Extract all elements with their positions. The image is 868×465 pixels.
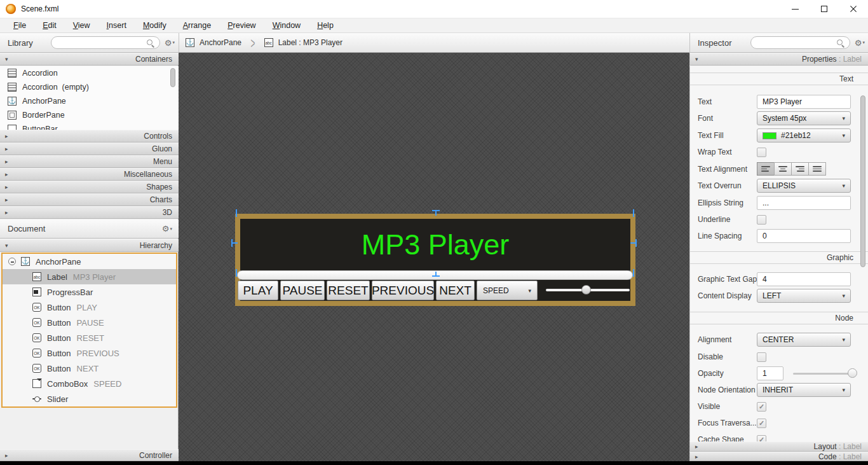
tree-item-button-next[interactable]: OK Button NEXT <box>3 361 176 376</box>
tree-item-label-mp3player[interactable]: abc Label MP3 Player <box>3 269 176 284</box>
align-left-button[interactable] <box>757 162 775 176</box>
breadcrumb-label: Label : MP3 Player <box>278 38 342 47</box>
selection-handle[interactable] <box>635 239 637 247</box>
library-section-shapes[interactable]: ▸Shapes <box>0 181 179 193</box>
inspector-search-input[interactable] <box>750 36 850 49</box>
menu-help[interactable]: Help <box>309 18 342 32</box>
player-reset-button[interactable]: RESET <box>327 281 370 300</box>
focus-traversable-checkbox[interactable]: ✓ <box>757 419 766 428</box>
inspector-settings-button[interactable]: ⚙▾ <box>855 38 865 48</box>
check-icon: ✓ <box>759 420 764 427</box>
inspector-section-layout[interactable]: ▸ Layout : Label <box>689 441 868 452</box>
opacity-field[interactable]: 1 <box>757 366 783 380</box>
slider-thumb[interactable] <box>581 285 591 295</box>
align-justify-button[interactable] <box>808 162 826 176</box>
line-spacing-field[interactable]: 0 <box>757 229 851 243</box>
player-title-label[interactable]: MP3 Player <box>240 219 630 270</box>
library-section-miscellaneous[interactable]: ▸Miscellaneous <box>0 168 179 181</box>
library-section-containers[interactable]: ▾ Containers <box>0 53 179 66</box>
player-pause-button[interactable]: PAUSE <box>280 281 325 300</box>
text-overrun-dropdown[interactable]: ELLIPSIS▾ <box>757 179 851 193</box>
field-label-node-orientation: Node Orientation <box>698 383 756 397</box>
ellipsis-string-field[interactable]: ... <box>757 196 851 210</box>
library-item-anchorpane[interactable]: ⚓ AnchorPane <box>0 94 179 108</box>
close-button[interactable] <box>839 0 868 18</box>
inspector-section-properties[interactable]: ▾ Properties : Label <box>689 53 868 66</box>
library-section-gluon[interactable]: ▸Gluon <box>0 142 179 155</box>
library-item-accordion-empty[interactable]: Accordion (empty) <box>0 80 179 94</box>
opacity-slider-track[interactable] <box>793 373 855 375</box>
tree-item-label: Button <box>47 333 71 343</box>
menu-preview[interactable]: Preview <box>219 18 264 32</box>
menu-edit[interactable]: Edit <box>34 18 65 32</box>
player-slider[interactable] <box>546 281 630 300</box>
breadcrumb-item-anchorpane[interactable]: ⚓ AnchorPane <box>186 38 241 47</box>
search-icon <box>147 39 154 47</box>
tree-item-button-previous[interactable]: OK Button PREVIOUS <box>3 345 176 361</box>
selection-handle[interactable] <box>633 269 634 277</box>
underline-checkbox[interactable] <box>757 215 766 225</box>
label-icon: abc <box>264 38 273 47</box>
align-right-button[interactable] <box>791 162 809 176</box>
breadcrumb-item-label[interactable]: abc Label : MP3 Player <box>264 38 342 47</box>
wrap-text-checkbox[interactable] <box>757 148 766 157</box>
selection-handle[interactable] <box>236 269 237 277</box>
maximize-button[interactable] <box>810 0 839 18</box>
inspector-scrollbar[interactable] <box>860 95 865 267</box>
selection-handle[interactable] <box>233 242 238 244</box>
library-item-accordion[interactable]: Accordion <box>0 66 179 80</box>
visible-checkbox[interactable]: ✓ <box>757 402 766 412</box>
menu-file[interactable]: File <box>5 18 34 32</box>
selection-handle[interactable] <box>630 242 635 244</box>
document-section-controller[interactable]: ▸ Controller <box>0 449 179 461</box>
menu-window[interactable]: Window <box>264 18 309 32</box>
document-section-hierarchy[interactable]: ▾ Hierarchy <box>0 239 179 252</box>
text-field[interactable]: MP3 Player <box>757 95 851 109</box>
player-speed-combobox[interactable]: SPEED ▾ <box>477 281 538 300</box>
collapse-icon[interactable] <box>8 258 16 265</box>
tree-item-button-pause[interactable]: OK Button PAUSE <box>3 315 176 330</box>
tree-item-combobox-speed[interactable]: ComboBox SPEED <box>3 376 176 391</box>
cache-shape-checkbox[interactable]: ✓ <box>757 435 766 441</box>
player-play-button[interactable]: PLAY <box>238 281 278 300</box>
opacity-slider-thumb[interactable] <box>848 368 857 378</box>
selection-handle[interactable] <box>435 211 437 216</box>
library-item-borderpane[interactable]: BorderPane <box>0 108 179 122</box>
tree-item-anchorpane[interactable]: ⚓ AnchorPane <box>3 254 176 269</box>
player-previous-button[interactable]: PREVIOUS <box>372 281 434 300</box>
disable-checkbox[interactable] <box>757 352 766 362</box>
library-item-buttonbar[interactable]: ButtonBar <box>0 122 179 130</box>
menu-insert[interactable]: Insert <box>98 18 135 32</box>
menu-view[interactable]: View <box>65 18 98 32</box>
tree-item-slider[interactable]: Slider <box>3 391 176 406</box>
tree-item-button-play[interactable]: OK Button PLAY <box>3 300 176 315</box>
mp3-player-design[interactable]: MP3 Player PLAY PAUSE RESET PREVIOUS NEX… <box>235 214 635 306</box>
library-section-charts[interactable]: ▸Charts <box>0 193 179 206</box>
font-dropdown[interactable]: System 45px▾ <box>757 111 851 125</box>
library-scrollbar[interactable] <box>170 68 175 87</box>
library-section-menu[interactable]: ▸Menu <box>0 155 179 168</box>
document-settings-button[interactable]: ⚙▾ <box>162 224 172 233</box>
player-next-button[interactable]: NEXT <box>436 281 475 300</box>
text-fill-dropdown[interactable]: #21eb12 ▾ <box>757 128 851 142</box>
menu-modify[interactable]: Modify <box>135 18 175 32</box>
triangle-right-icon: ▸ <box>695 454 698 460</box>
library-section-controls[interactable]: ▸Controls <box>0 130 179 142</box>
inspector-section-code[interactable]: ▸ Code : Label <box>689 452 868 461</box>
node-orientation-dropdown[interactable]: INHERIT▾ <box>757 383 851 397</box>
menu-arrange[interactable]: Arrange <box>175 18 219 32</box>
minimize-button[interactable] <box>780 0 810 18</box>
library-section-3d[interactable]: ▸3D <box>0 206 179 219</box>
alignment-dropdown[interactable]: CENTER▾ <box>757 333 851 347</box>
selection-handle[interactable] <box>633 209 634 217</box>
content-display-dropdown[interactable]: LEFT▾ <box>757 289 851 303</box>
tree-item-progressbar[interactable]: ProgressBar <box>3 284 176 300</box>
anchorpane-icon: ⚓ <box>21 257 30 266</box>
align-center-button[interactable] <box>774 162 792 176</box>
tree-item-button-reset[interactable]: OK Button RESET <box>3 330 176 345</box>
library-search-input[interactable] <box>51 36 160 49</box>
selection-handle[interactable] <box>435 272 437 276</box>
selection-handle[interactable] <box>236 209 237 217</box>
graphic-text-gap-field[interactable]: 4 <box>757 272 851 286</box>
library-settings-button[interactable]: ⚙▾ <box>165 38 175 48</box>
